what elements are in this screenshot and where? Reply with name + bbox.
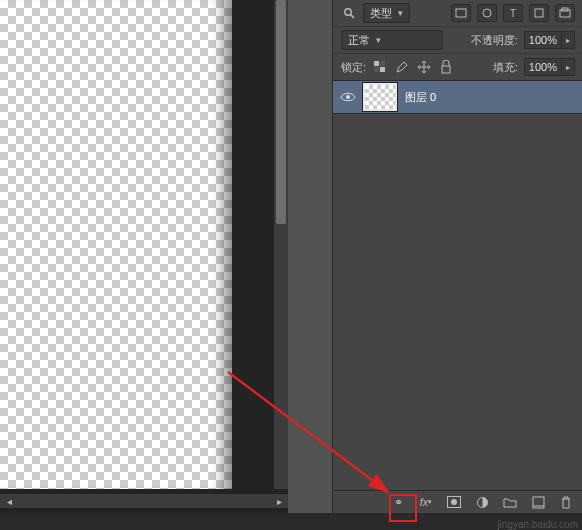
fill-value: 100% [524, 58, 562, 76]
fx-icon[interactable]: fx▾ [417, 494, 435, 510]
svg-rect-4 [535, 9, 543, 17]
filter-adjust-icon[interactable] [477, 4, 497, 22]
fill-label: 填充: [493, 60, 518, 75]
blend-row: 正常 ▾ 不透明度: 100% ▸ [333, 27, 582, 54]
panel-gutter [288, 0, 332, 513]
lock-move-icon[interactable] [416, 59, 432, 75]
watermark: jingyan.baidu.com [497, 519, 578, 530]
adjustment-layer-icon[interactable] [473, 494, 491, 510]
svg-rect-2 [456, 9, 466, 17]
lock-label: 锁定: [341, 60, 366, 75]
svg-point-12 [346, 95, 350, 99]
opacity-label: 不透明度: [471, 33, 518, 48]
blend-mode-select[interactable]: 正常 ▾ [341, 30, 443, 50]
layer-thumbnail[interactable] [363, 83, 397, 111]
layer-row[interactable]: 图层 0 [333, 80, 582, 114]
hscroll-right-icon[interactable]: ▸ [274, 496, 284, 506]
filter-shape-icon[interactable] [529, 4, 549, 22]
lock-transparent-icon[interactable] [372, 59, 388, 75]
visibility-eye-icon[interactable] [333, 91, 363, 103]
fill-slider-icon[interactable]: ▸ [562, 58, 575, 76]
filter-type-t-icon[interactable]: T [503, 4, 523, 22]
filter-type-select[interactable]: 类型 ▾ [363, 3, 410, 23]
fill-field[interactable]: 100% ▸ [524, 58, 575, 76]
blend-mode-value: 正常 [348, 33, 370, 48]
group-icon[interactable] [501, 494, 519, 510]
document-area: ◂ ▸ [0, 0, 288, 513]
panel-footer: ⚭ fx▾ [333, 490, 582, 513]
opacity-field[interactable]: 100% ▸ [524, 31, 575, 49]
link-layers-icon[interactable]: ⚭ [389, 494, 407, 510]
search-icon [341, 5, 357, 21]
canvas-checker[interactable] [0, 0, 232, 489]
layers-panel: 类型 ▾ T 正常 ▾ 不透明度: 100% ▸ 锁定: [332, 0, 582, 513]
filter-row: 类型 ▾ T [333, 0, 582, 27]
horizontal-scrollbar[interactable]: ◂ ▸ [0, 494, 288, 508]
vertical-scroll-thumb[interactable] [276, 0, 286, 224]
svg-point-0 [345, 9, 351, 15]
filter-pixel-icon[interactable] [451, 4, 471, 22]
add-mask-icon[interactable] [445, 494, 463, 510]
opacity-slider-icon[interactable]: ▸ [562, 31, 575, 49]
filter-smart-icon[interactable] [555, 4, 575, 22]
chevron-down-icon: ▾ [398, 8, 403, 18]
hscroll-left-icon[interactable]: ◂ [4, 496, 14, 506]
svg-rect-10 [374, 67, 379, 72]
app-bottom-strip [0, 513, 582, 530]
vertical-scrollbar[interactable] [274, 0, 288, 489]
svg-point-14 [451, 499, 457, 505]
lock-row: 锁定: 填充: 100% ▸ [333, 54, 582, 81]
trash-icon[interactable] [557, 494, 575, 510]
layer-list: 图层 0 [333, 80, 582, 491]
layer-name[interactable]: 图层 0 [405, 90, 436, 105]
svg-rect-8 [380, 67, 385, 72]
chevron-down-icon: ▾ [376, 35, 381, 45]
opacity-value: 100% [524, 31, 562, 49]
lock-brush-icon[interactable] [394, 59, 410, 75]
svg-line-1 [351, 15, 354, 18]
svg-point-3 [483, 9, 491, 17]
filter-type-label: 类型 [370, 6, 392, 21]
lock-all-icon[interactable] [438, 59, 454, 75]
svg-rect-9 [380, 61, 385, 66]
new-layer-icon[interactable] [529, 494, 547, 510]
svg-rect-11 [442, 66, 450, 73]
svg-rect-7 [374, 61, 379, 66]
